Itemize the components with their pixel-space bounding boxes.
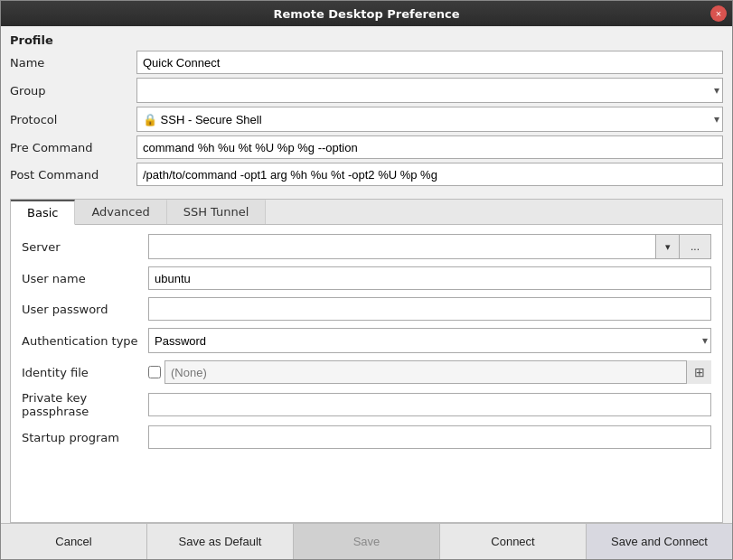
- post-command-input[interactable]: [136, 163, 723, 186]
- profile-section-title: Profile: [10, 33, 723, 47]
- protocol-row: Protocol 🔒 SSH - Secure Shell RDP - Remo…: [10, 107, 723, 132]
- group-select-wrapper: ▾: [136, 78, 723, 103]
- name-label: Name: [10, 56, 136, 70]
- save-connect-button[interactable]: Save and Connect: [587, 524, 732, 559]
- identity-file-input[interactable]: [164, 360, 711, 384]
- close-button[interactable]: ×: [710, 5, 727, 22]
- username-input[interactable]: [148, 266, 711, 290]
- server-input-wrap: [148, 234, 655, 259]
- identity-file-row: Identity file ⊞: [22, 360, 711, 384]
- startup-input[interactable]: [148, 425, 711, 449]
- tabs-header: Basic Advanced SSH Tunnel: [11, 200, 722, 225]
- save-button[interactable]: Save: [294, 524, 440, 559]
- name-row: Name: [10, 51, 723, 74]
- cancel-button[interactable]: Cancel: [1, 524, 147, 559]
- pre-command-row: Pre Command: [10, 135, 723, 159]
- startup-label: Startup program: [22, 431, 148, 444]
- dialog-title: Remote Desktop Preference: [8, 7, 725, 21]
- auth-type-select[interactable]: Password Public Key Kerberos: [148, 328, 711, 353]
- server-input-group: ▾ ...: [148, 234, 711, 259]
- profile-section: Profile Name Group ▾ Protocol: [10, 33, 723, 190]
- connect-button[interactable]: Connect: [440, 524, 587, 559]
- identity-browse-button[interactable]: ⊞: [686, 360, 711, 384]
- username-row: User name: [22, 266, 711, 290]
- identity-input-wrap: ⊞: [164, 360, 711, 384]
- private-key-label: Private key passphrase: [22, 391, 148, 418]
- identity-file-checkbox[interactable]: [148, 366, 161, 378]
- post-command-row: Post Command: [10, 163, 723, 186]
- private-key-input[interactable]: [148, 393, 711, 416]
- userpassword-label: User password: [22, 303, 148, 316]
- server-browse-button[interactable]: ...: [679, 234, 711, 259]
- identity-browse-icon: ⊞: [694, 365, 705, 379]
- footer: Cancel Save as Default Save Connect Save…: [1, 523, 732, 559]
- auth-type-select-wrapper: Password Public Key Kerberos ▾: [148, 328, 711, 353]
- group-row: Group ▾: [10, 78, 723, 103]
- tabs-section: Basic Advanced SSH Tunnel Server ▾: [10, 199, 723, 523]
- server-label: Server: [22, 240, 148, 254]
- tab-ssh-tunnel[interactable]: SSH Tunnel: [167, 200, 267, 224]
- server-dropdown-button[interactable]: ▾: [655, 234, 679, 259]
- pre-command-label: Pre Command: [10, 141, 136, 154]
- auth-type-label: Authentication type: [22, 334, 148, 348]
- group-label: Group: [10, 84, 136, 98]
- group-select[interactable]: [136, 78, 723, 103]
- private-key-row: Private key passphrase: [22, 391, 711, 418]
- dialog: Remote Desktop Preference × Profile Name…: [0, 0, 733, 560]
- protocol-label: Protocol: [10, 113, 136, 126]
- username-label: User name: [22, 272, 148, 285]
- startup-row: Startup program: [22, 425, 711, 449]
- content-area: Profile Name Group ▾ Protocol: [1, 26, 732, 523]
- protocol-select-wrapper: 🔒 SSH - Secure Shell RDP - Remote Deskto…: [136, 107, 723, 132]
- protocol-select[interactable]: 🔒 SSH - Secure Shell RDP - Remote Deskto…: [136, 107, 723, 132]
- server-row: Server ▾ ...: [22, 234, 711, 259]
- save-default-button[interactable]: Save as Default: [147, 524, 294, 559]
- name-input[interactable]: [136, 51, 723, 74]
- auth-type-row: Authentication type Password Public Key …: [22, 328, 711, 353]
- post-command-label: Post Command: [10, 168, 136, 182]
- server-input[interactable]: [148, 234, 655, 259]
- userpassword-row: User password: [22, 297, 711, 321]
- userpassword-input[interactable]: [148, 297, 711, 321]
- tab-basic[interactable]: Basic: [11, 200, 75, 225]
- identity-file-label: Identity file: [22, 366, 148, 379]
- identity-file-group: ⊞: [148, 360, 711, 384]
- server-dropdown-arrow-icon: ▾: [665, 241, 671, 253]
- pre-command-input[interactable]: [136, 135, 723, 159]
- tab-advanced[interactable]: Advanced: [75, 200, 166, 224]
- titlebar: Remote Desktop Preference ×: [1, 1, 732, 26]
- tab-content-basic: Server ▾ ... User name: [11, 225, 722, 522]
